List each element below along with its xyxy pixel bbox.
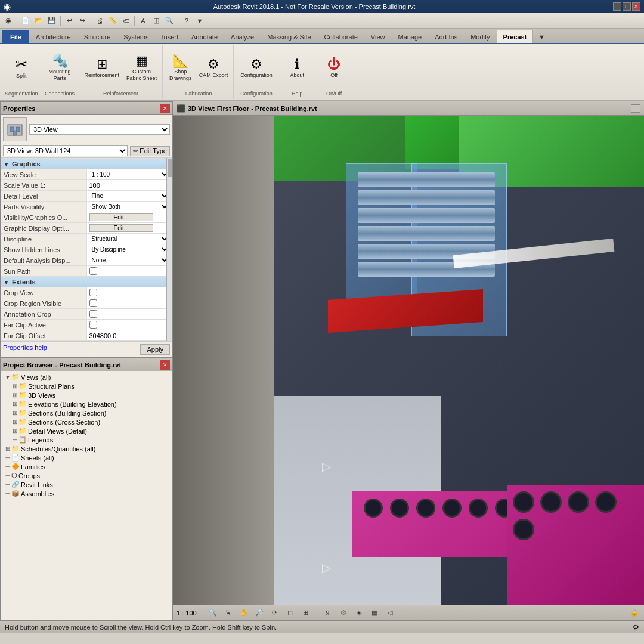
custom-fabric-sheet-btn[interactable]: ▦ CustomFabric Sheet bbox=[123, 52, 160, 83]
tab-insert[interactable]: Insert bbox=[155, 30, 185, 43]
search-btn[interactable]: 🔍 bbox=[163, 15, 175, 27]
off-btn[interactable]: ⏻ Off bbox=[321, 56, 346, 80]
toggle-legends[interactable]: ─ bbox=[11, 436, 18, 443]
tree-item-detail-views[interactable]: ⊞ 📁 Detail Views (Detail) bbox=[2, 426, 171, 435]
mounting-parts-btn[interactable]: 🔩 MountingParts bbox=[46, 52, 74, 83]
view-tool-render[interactable]: ▦ bbox=[369, 607, 380, 619]
view-lock-btn[interactable]: 🔒 bbox=[628, 607, 640, 619]
properties-help-link[interactable]: Properties help bbox=[3, 344, 47, 355]
ribbon-options-btn[interactable]: ▼ bbox=[535, 31, 547, 43]
tree-item-families[interactable]: ─ 🔶 Families bbox=[2, 462, 171, 471]
project-browser-close-btn[interactable]: ✕ bbox=[160, 360, 170, 370]
shop-drawings-btn[interactable]: 📐 ShopDrawings bbox=[166, 52, 195, 83]
text-btn[interactable]: A bbox=[137, 15, 149, 27]
toggle-revit-links[interactable]: ─ bbox=[4, 481, 11, 488]
view-tool-3d[interactable]: ⟳ bbox=[269, 607, 281, 619]
toggle-groups[interactable]: ─ bbox=[4, 472, 11, 479]
toggle-detail-views[interactable]: ⊞ bbox=[11, 428, 18, 434]
tab-structure[interactable]: Structure bbox=[78, 30, 117, 43]
measure-btn[interactable]: 📏 bbox=[107, 15, 119, 27]
tree-item-sections-cross[interactable]: ⊞ 📁 Sections (Cross Section) bbox=[2, 417, 171, 426]
tab-addins[interactable]: Add-Ins bbox=[428, 30, 464, 43]
tab-collaborate[interactable]: Collaborate bbox=[318, 30, 364, 43]
undo-btn[interactable]: ↩ bbox=[63, 15, 75, 27]
toggle-structural-plans[interactable]: ⊞ bbox=[11, 383, 18, 389]
view-dropdown[interactable]: 3D View: 3D Wall 124 bbox=[3, 145, 128, 156]
tab-systems[interactable]: Systems bbox=[117, 30, 155, 43]
view-canvas[interactable]: ⊕ ▷ ▷ bbox=[173, 116, 644, 605]
qa-dropdown-btn[interactable]: ▼ bbox=[194, 15, 206, 27]
tab-massing[interactable]: Massing & Site bbox=[261, 30, 317, 43]
toggle-elevations[interactable]: ⊞ bbox=[11, 401, 18, 407]
tab-annotate[interactable]: Annotate bbox=[185, 30, 224, 43]
minimize-btn[interactable]: ─ bbox=[613, 2, 621, 11]
toggle-views-all[interactable]: ▼ bbox=[4, 374, 11, 380]
view-tool-display[interactable]: ◈ bbox=[353, 607, 365, 619]
cam-export-btn[interactable]: ⚙ CAM Export bbox=[196, 56, 231, 80]
app-menu-btn[interactable]: ◉ bbox=[2, 15, 14, 27]
tab-analyze[interactable]: Analyze bbox=[224, 30, 261, 43]
tab-architecture[interactable]: Architecture bbox=[29, 30, 78, 43]
toggle-3d-views[interactable]: ⊞ bbox=[11, 392, 18, 398]
tag-btn[interactable]: 🏷 bbox=[120, 15, 132, 27]
annotation-crop-checkbox[interactable] bbox=[89, 310, 97, 318]
view-tool-pan[interactable]: ✋ bbox=[238, 607, 250, 619]
edit-type-btn[interactable]: ✏ Edit Type bbox=[130, 146, 170, 156]
toggle-sections-cross[interactable]: ⊞ bbox=[11, 419, 18, 425]
tree-item-views-all[interactable]: ▼ 📁 Views (all) bbox=[2, 373, 171, 382]
view-minimize-btn[interactable]: ─ bbox=[631, 104, 640, 113]
print-btn[interactable]: 🖨 bbox=[94, 15, 106, 27]
tree-item-structural-plans[interactable]: ⊞ 📁 Structural Plans bbox=[2, 382, 171, 391]
tree-item-sections-building[interactable]: ⊞ 📁 Sections (Building Section) bbox=[2, 408, 171, 417]
toggle-schedules[interactable]: ⊞ bbox=[4, 445, 11, 452]
close-btn[interactable]: ✕ bbox=[632, 2, 640, 11]
about-btn[interactable]: ℹ About bbox=[284, 56, 309, 80]
far-clip-active-checkbox[interactable] bbox=[89, 321, 97, 329]
sun-path-checkbox[interactable] bbox=[89, 267, 97, 275]
tab-precast[interactable]: Precast bbox=[497, 30, 534, 43]
type-dropdown[interactable]: 3D View bbox=[29, 124, 170, 135]
view-tool-search[interactable]: 🔍 bbox=[207, 607, 219, 619]
redo-btn[interactable]: ↪ bbox=[76, 15, 88, 27]
toggle-sheets[interactable]: ─ bbox=[4, 454, 11, 461]
configuration-btn[interactable]: ⚙ Configuration bbox=[237, 56, 275, 80]
new-btn[interactable]: 📄 bbox=[20, 15, 32, 27]
reinforcement-btn[interactable]: ⊞ Reinforcement bbox=[82, 56, 123, 80]
tree-item-schedules[interactable]: ⊞ 📁 Schedules/Quantities (all) bbox=[2, 444, 171, 453]
view-tool-section[interactable]: ◻ bbox=[284, 607, 296, 619]
tree-item-elevations[interactable]: ⊞ 📁 Elevations (Building Elevation) bbox=[2, 400, 171, 408]
graphic-display-edit-btn[interactable]: Edit... bbox=[89, 224, 154, 232]
tab-view[interactable]: View bbox=[364, 30, 392, 43]
tree-item-sheets[interactable]: ─ 📄 Sheets (all) bbox=[2, 453, 171, 462]
tree-item-legends[interactable]: ─ 📋 Legends bbox=[2, 435, 171, 444]
tree-item-groups[interactable]: ─ ⬡ Groups bbox=[2, 471, 171, 480]
extents-section-header[interactable]: ▼ Extents bbox=[1, 277, 172, 287]
tab-manage[interactable]: Manage bbox=[391, 30, 428, 43]
help-btn[interactable]: ? bbox=[181, 15, 193, 27]
far-clip-offset-input[interactable] bbox=[89, 332, 170, 339]
view-tool-nav[interactable]: ◁ bbox=[384, 607, 396, 619]
view-tool-zoom[interactable]: 🔎 bbox=[253, 607, 265, 619]
view-tool-more[interactable]: 9 bbox=[322, 607, 334, 619]
save-btn[interactable]: 💾 bbox=[46, 15, 58, 27]
crop-region-visible-checkbox[interactable] bbox=[89, 299, 97, 307]
tree-item-3d-views[interactable]: ⊞ 📁 3D Views bbox=[2, 391, 171, 400]
tab-file[interactable]: File bbox=[2, 30, 29, 43]
maximize-btn[interactable]: □ bbox=[623, 2, 631, 11]
tree-item-revit-links[interactable]: ─ 🔗 Revit Links bbox=[2, 480, 171, 489]
split-btn[interactable]: ✂ Split bbox=[9, 55, 34, 81]
visibility-edit-btn[interactable]: Edit... bbox=[89, 213, 154, 221]
graphics-section-header[interactable]: ▼ Graphics bbox=[1, 159, 172, 169]
crop-view-checkbox[interactable] bbox=[89, 289, 97, 296]
toggle-families[interactable]: ─ bbox=[4, 463, 11, 470]
open-btn[interactable]: 📂 bbox=[33, 15, 45, 27]
snap-btn[interactable]: ◫ bbox=[150, 15, 162, 27]
tab-modify[interactable]: Modify bbox=[464, 30, 496, 43]
view-tool-cursor[interactable]: 🖱 bbox=[222, 607, 234, 619]
properties-close-btn[interactable]: ✕ bbox=[160, 104, 170, 113]
view-tool-crop[interactable]: ⊞ bbox=[300, 607, 312, 619]
toggle-assemblies[interactable]: ─ bbox=[4, 490, 11, 497]
view-tool-settings[interactable]: ⚙ bbox=[338, 607, 349, 619]
toggle-sections-building[interactable]: ⊞ bbox=[11, 410, 18, 416]
apply-btn[interactable]: Apply bbox=[140, 344, 170, 355]
